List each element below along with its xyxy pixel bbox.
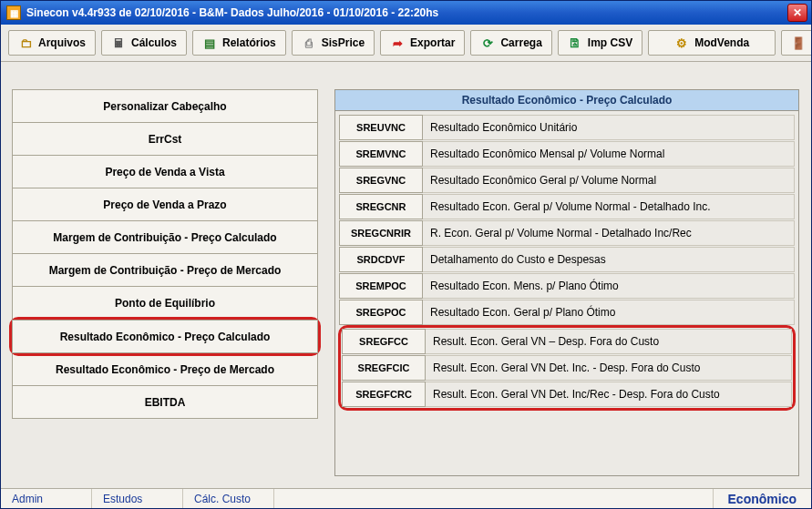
code-sregpoc[interactable]: SREGPOC [339, 300, 423, 325]
report-row: SREGFCIC Result. Econ. Geral VN Det. Inc… [342, 355, 792, 381]
panel-header: Resultado Econômico - Preço Calculado [335, 90, 798, 111]
arquivos-button[interactable]: 🗀 Arquivos [8, 30, 96, 56]
exportar-button[interactable]: ➦ Exportar [380, 30, 465, 56]
cat-label: Personalizar Cabeçalho [103, 100, 226, 113]
impcsv-button[interactable]: 🖺 Imp CSV [558, 30, 642, 56]
code-srempoc[interactable]: SREMPOC [339, 273, 423, 299]
cat-label: Resultado Econômico - Preço de Mercado [56, 363, 274, 376]
code-sregcnrir[interactable]: SREGCNRIR [339, 220, 423, 246]
status-label: Econômico [728, 492, 797, 506]
code-srdcdvf[interactable]: SRDCDVF [339, 247, 423, 272]
load-icon: ⟳ [480, 36, 495, 50]
cat-resultado-economico-preco-calculado[interactable]: Resultado Econômico - Preço Calculado [12, 320, 318, 353]
code-label: SREGPOC [355, 307, 406, 318]
sisprice-label: SisPrice [322, 36, 365, 49]
desc-label: Result. Econ. Geral VN – Desp. Fora do C… [433, 335, 659, 348]
report-row: SREMVNC Resultado Econômico Mensal p/ Vo… [339, 141, 795, 167]
modvenda-icon: ⚙ [674, 36, 689, 50]
cat-label: ErrCst [149, 133, 182, 146]
cat-errcst[interactable]: ErrCst [12, 122, 318, 156]
detail-panel: Resultado Econômico - Preço Calculado SR… [334, 89, 799, 476]
calculos-button[interactable]: 🖩 Cálculos [101, 30, 187, 56]
status-estudos[interactable]: Estudos [92, 489, 183, 508]
titlebar: ▦ Sinecon v4.4r933 de 02/10/2016 - B&M- … [1, 1, 811, 25]
code-label: SREMPOC [355, 280, 406, 291]
panel-body: SREUVNC Resultado Econômico Unitário SRE… [335, 111, 798, 413]
desc-label: Resultado Econômico Mensal p/ Volume Nor… [430, 148, 664, 160]
status-economico: Econômico [714, 489, 811, 508]
cat-label: Ponto de Equilíbrio [115, 297, 215, 310]
code-label: SREGCNR [355, 201, 406, 212]
calculator-icon: 🖩 [111, 36, 126, 50]
sisprice-button[interactable]: ⎙ SisPrice [292, 30, 375, 56]
desc-cell: Detalhamento do Custo e Despesas [423, 247, 795, 272]
report-row: SREGVNC Resultado Econômico Geral p/ Vol… [339, 168, 795, 193]
export-icon: ➦ [390, 36, 405, 50]
desc-label: Resultado Econ. Mens. p/ Plano Ótimo [430, 280, 619, 292]
code-sregfcrc[interactable]: SREGFCRC [342, 382, 426, 407]
code-label: SRDCDVF [356, 254, 405, 265]
code-sregcnr[interactable]: SREGCNR [339, 194, 423, 219]
desc-label: Resultado Econ. Geral p/ Plano Ótimo [430, 306, 615, 319]
cat-label: Margem de Contribuição - Preço Calculado [53, 231, 276, 244]
status-bar: Admin Estudos Cálc. Custo Econômico [1, 488, 811, 508]
desc-label: Resultado Econômico Geral p/ Volume Norm… [430, 174, 656, 187]
desc-label: Result. Econ. Geral VN Det. Inc/Rec - De… [433, 388, 720, 401]
cat-margem-preco-calculado[interactable]: Margem de Contribuição - Preço Calculado [12, 220, 318, 254]
status-admin[interactable]: Admin [1, 489, 92, 508]
code-sregfcc[interactable]: SREGFCC [342, 329, 426, 354]
desc-cell: Resultado Econômico Mensal p/ Volume Nor… [423, 141, 795, 167]
status-spacer [274, 489, 714, 508]
rows-highlight-marker: SREGFCC Result. Econ. Geral VN – Desp. F… [338, 325, 796, 411]
cat-ponto-equilibrio[interactable]: Ponto de Equilíbrio [12, 286, 318, 320]
code-label: SREGFCRC [355, 389, 412, 400]
code-label: SREGFCIC [358, 362, 410, 373]
desc-cell: Result. Econ. Geral VN Det. Inc. - Desp.… [426, 355, 792, 381]
report-icon: ▤ [202, 36, 217, 50]
relatorios-button[interactable]: ▤ Relatórios [192, 30, 286, 56]
relatorios-label: Relatórios [222, 36, 276, 49]
close-icon: ✕ [793, 6, 802, 19]
impcsv-label: Imp CSV [588, 36, 632, 49]
cat-label: EBITDA [145, 396, 186, 409]
desc-cell: Result. Econ. Geral VN – Desp. Fora do C… [426, 329, 792, 354]
desc-cell: Resultado Econ. Geral p/ Volume Normal -… [423, 194, 795, 219]
cat-margem-preco-mercado[interactable]: Margem de Contribuição - Preço de Mercad… [12, 253, 318, 287]
code-label: SREGFCC [359, 336, 408, 347]
carrega-button[interactable]: ⟳ Carrega [470, 30, 551, 56]
cat-ebitda[interactable]: EBITDA [12, 385, 318, 419]
cat-resultado-economico-preco-mercado[interactable]: Resultado Econômico - Preço de Mercado [12, 352, 318, 386]
csv-icon: 🖺 [568, 36, 582, 50]
code-sregfcic[interactable]: SREGFCIC [342, 355, 426, 381]
status-label: Admin [12, 493, 43, 505]
cat-label: Preço de Venda a Vista [105, 166, 224, 178]
code-sremvnc[interactable]: SREMVNC [339, 141, 423, 167]
report-row: SREGPOC Resultado Econ. Geral p/ Plano Ó… [339, 300, 795, 325]
desc-label: Detalhamento do Custo e Despesas [430, 253, 606, 266]
report-row: SREGFCC Result. Econ. Geral VN – Desp. F… [342, 329, 792, 354]
modvenda-label: ModVenda [694, 36, 749, 49]
category-list: Personalizar Cabeçalho ErrCst Preço de V… [12, 89, 318, 476]
exit-icon: 🚪 [791, 36, 806, 50]
desc-label: R. Econ. Geral p/ Volume Normal - Detalh… [430, 227, 692, 239]
sair-button[interactable]: 🚪 Sair [781, 30, 812, 56]
code-label: SREUVNC [356, 122, 406, 133]
desc-cell: Resultado Econômico Geral p/ Volume Norm… [423, 168, 795, 193]
report-row: SREGCNR Resultado Econ. Geral p/ Volume … [339, 194, 795, 219]
sisprice-icon: ⎙ [302, 36, 316, 50]
code-sreuvnc[interactable]: SREUVNC [339, 115, 423, 140]
desc-label: Resultado Econ. Geral p/ Volume Normal -… [430, 200, 711, 213]
code-label: SREGVNC [356, 175, 406, 186]
close-button[interactable]: ✕ [787, 4, 807, 22]
cat-preco-venda-vista[interactable]: Preço de Venda a Vista [12, 155, 318, 188]
cat-preco-venda-prazo[interactable]: Preço de Venda a Prazo [12, 188, 318, 221]
status-calc-custo[interactable]: Cálc. Custo [183, 489, 274, 508]
report-row: SREGCNRIR R. Econ. Geral p/ Volume Norma… [339, 220, 795, 246]
desc-cell: Result. Econ. Geral VN Det. Inc/Rec - De… [426, 382, 792, 407]
status-label: Estudos [103, 493, 142, 505]
cat-personalizar-cabecalho[interactable]: Personalizar Cabeçalho [12, 89, 318, 123]
folder-icon: 🗀 [18, 36, 33, 50]
status-label: Cálc. Custo [194, 493, 251, 505]
modvenda-button[interactable]: ⚙ ModVenda [648, 30, 776, 56]
code-sregvnc[interactable]: SREGVNC [339, 168, 423, 193]
